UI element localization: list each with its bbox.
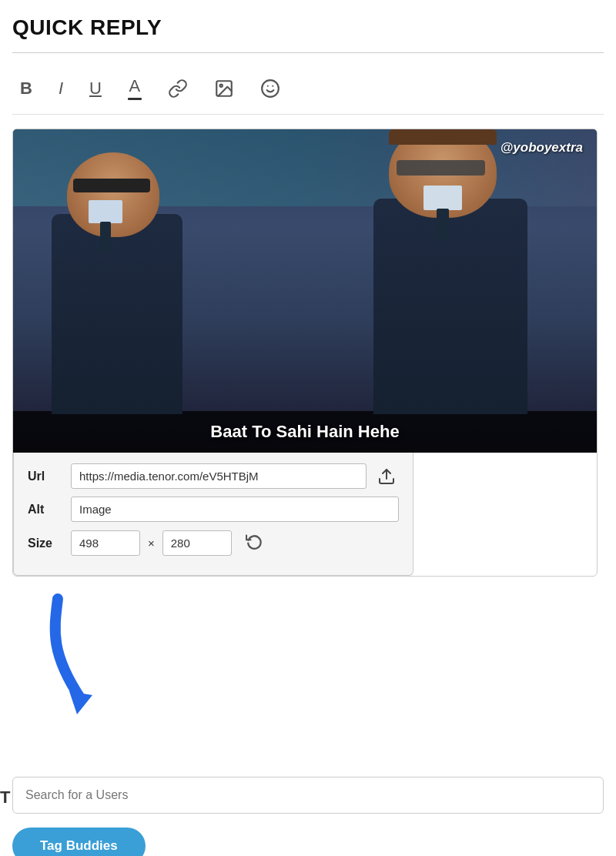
bold-button[interactable]: B <box>15 75 37 102</box>
t-label: T <box>0 787 10 808</box>
reset-size-button[interactable] <box>239 530 269 557</box>
image-properties-form: Url Alt Size <box>13 453 413 576</box>
alt-row: Alt <box>28 497 399 522</box>
url-row: Url <box>28 463 399 489</box>
svg-point-1 <box>219 84 222 86</box>
header-divider <box>12 52 604 53</box>
alt-label: Alt <box>28 503 63 517</box>
tag-buddies-button[interactable]: Tag Buddies <box>12 828 146 856</box>
search-users-input[interactable] <box>12 777 604 814</box>
link-button[interactable] <box>163 75 192 102</box>
emoji-button[interactable] <box>256 75 285 102</box>
height-input[interactable] <box>162 530 232 556</box>
image-caption-bar: Baat To Sahi Hain Hehe <box>13 411 597 453</box>
image-container: @yoboyextra Baat To Sahi Hain Hehe Url <box>12 129 598 577</box>
url-input[interactable] <box>71 463 367 489</box>
bottom-section: T Tag Buddies <box>12 777 604 856</box>
upload-button[interactable] <box>374 464 399 489</box>
font-color-indicator <box>128 98 142 100</box>
blue-arrow <box>35 591 127 714</box>
formatting-toolbar: B I U A <box>12 67 604 115</box>
alt-input[interactable] <box>71 497 399 522</box>
size-row: Size × <box>28 530 399 557</box>
svg-marker-5 <box>69 691 92 714</box>
italic-button[interactable]: I <box>54 75 68 102</box>
width-input[interactable] <box>71 530 140 556</box>
image-caption: Baat To Sahi Hain Hehe <box>210 422 399 441</box>
svg-point-2 <box>262 80 279 97</box>
page-title: QUICK REPLY <box>12 15 604 40</box>
gif-display: @yoboyextra Baat To Sahi Hain Hehe <box>13 129 597 453</box>
url-label: Url <box>28 470 63 483</box>
underline-button[interactable]: U <box>85 75 106 102</box>
size-separator: × <box>148 537 155 550</box>
size-label: Size <box>28 537 63 550</box>
font-color-button[interactable]: A <box>123 73 146 103</box>
insert-image-button[interactable] <box>209 75 239 102</box>
image-watermark: @yoboyextra <box>500 140 583 155</box>
